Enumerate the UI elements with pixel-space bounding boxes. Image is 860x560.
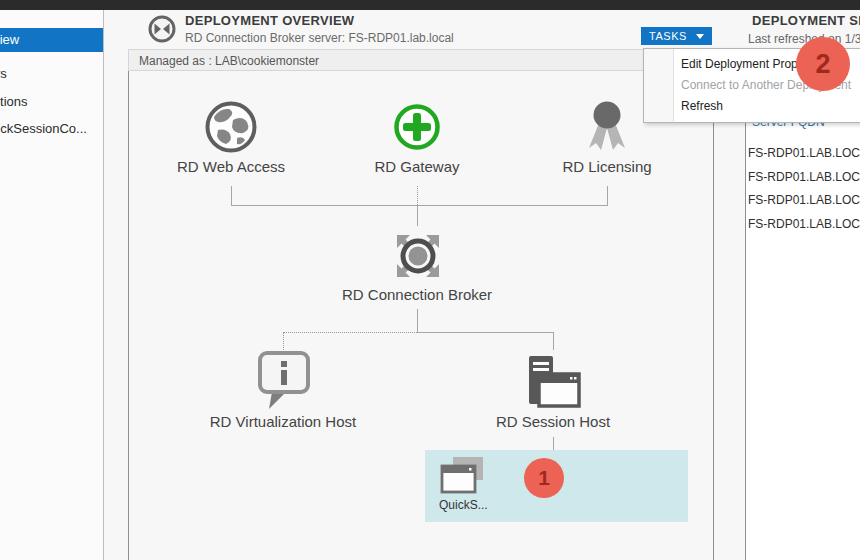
sidebar-item-collections[interactable]: Collections: [0, 90, 103, 114]
rd-session-host-icon[interactable]: [527, 354, 581, 412]
page-subtitle: RD Connection Broker server: FS-RDP01.la…: [185, 31, 454, 45]
connector-sessionhost: [553, 332, 554, 350]
window-chrome-strip: [0, 0, 860, 10]
sidebar: Overview Servers Collections QuickSessio…: [0, 10, 103, 560]
rds-deployment-icon: [147, 14, 177, 44]
rd-connection-broker-label: RD Connection Broker: [342, 286, 492, 303]
connector-bottom-bracket-right: [417, 332, 553, 333]
tasks-button[interactable]: TASKS: [641, 27, 712, 45]
table-row[interactable]: FS-RDP01.LAB.LOCAL: [748, 146, 860, 160]
connector-top-bracket: [231, 205, 608, 206]
rd-session-host-label: RD Session Host: [478, 413, 628, 430]
main-tile-border-left: [128, 49, 129, 560]
connector-gateway-dotted: [417, 186, 418, 205]
table-row[interactable]: FS-RDP01.LAB.LOCAL: [748, 193, 860, 207]
rd-licensing-label: RD Licensing: [532, 158, 682, 175]
chevron-down-icon: [696, 34, 704, 39]
sidebar-item-label: Servers: [0, 62, 7, 86]
tasks-button-label: TASKS: [649, 30, 687, 42]
sidebar-item-quicksessioncollection[interactable]: QuickSessionCo...: [0, 117, 103, 141]
page-title: DEPLOYMENT OVERVIEW: [185, 13, 354, 28]
server-manager-rds-overview: Overview Servers Collections QuickSessio…: [0, 0, 860, 560]
connector-webaccess: [231, 186, 232, 205]
session-collection-icon: [440, 457, 486, 499]
sidebar-item-overview[interactable]: Overview: [0, 28, 103, 52]
rd-virtualization-host-icon[interactable]: [255, 350, 313, 416]
annotation-badge-1: 1: [524, 458, 564, 498]
annotation-badge-2: 2: [796, 37, 850, 91]
right-panel-title: DEPLOYMENT SERVERS: [752, 13, 860, 28]
sidebar-divider: [103, 10, 104, 560]
main-tile-border-right: [713, 49, 714, 560]
menu-item-refresh[interactable]: Refresh: [644, 96, 860, 117]
sidebar-item-label: QuickSessionCo...: [0, 117, 87, 141]
connector-collection: [553, 437, 554, 450]
managed-as-bar: Managed as : LAB\cookiemonster: [128, 49, 712, 71]
sidebar-item-servers[interactable]: Servers: [0, 62, 103, 86]
rd-web-access-label: RD Web Access: [156, 158, 306, 175]
rd-virtualization-host-label: RD Virtualization Host: [203, 413, 363, 430]
connector-bottom-bracket-left-dotted: [283, 332, 417, 333]
sidebar-item-label: Overview: [0, 28, 19, 52]
connector-broker-top: [417, 205, 418, 226]
table-row[interactable]: FS-RDP01.LAB.LOCAL: [748, 170, 860, 184]
rd-licensing-icon[interactable]: [587, 98, 627, 160]
quick-session-collection-label: QuickS...: [439, 498, 488, 512]
connector-broker-bottom: [417, 309, 418, 332]
rd-gateway-add-icon[interactable]: [392, 102, 442, 156]
connector-licensing: [607, 186, 608, 205]
sidebar-item-label: Collections: [0, 90, 28, 114]
rd-web-access-icon[interactable]: [204, 100, 258, 158]
table-row[interactable]: FS-RDP01.LAB.LOCAL: [748, 217, 860, 231]
rd-connection-broker-icon[interactable]: [387, 225, 449, 291]
rd-gateway-label: RD Gateway: [342, 158, 492, 175]
connector-virtualizationhost-dotted: [283, 332, 284, 350]
